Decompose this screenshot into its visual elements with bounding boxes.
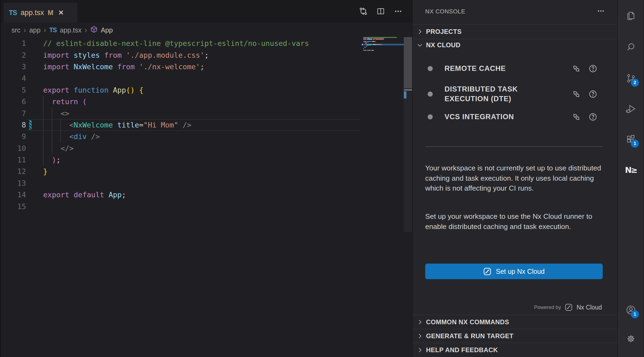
code-line[interactable]: 3import NxWelcome from './nx-welcome'; [1, 61, 412, 72]
more-actions-icon[interactable] [596, 6, 605, 17]
nx-cloud-feature-row: REMOTE CACHE [413, 60, 617, 76]
more-actions-icon[interactable] [393, 6, 403, 16]
code-line[interactable]: 10 </> [1, 143, 412, 154]
workspace-status-text: Your workspace is not currently set up t… [425, 163, 604, 194]
typescript-file-icon: TS [9, 9, 17, 17]
line-number: 12 [1, 167, 26, 176]
powered-by-label: Powered by [534, 304, 561, 310]
nx-console-panel: NX CONSOLE PROJECTS NX CLOUD REMOTE CACH… [412, 0, 617, 357]
code-editor[interactable]: 1// eslint-disable-next-line @typescript… [1, 38, 412, 357]
search-icon[interactable] [624, 41, 637, 53]
scrollbar-track [404, 90, 412, 232]
minimap-modified-marker [362, 44, 363, 45]
code-line[interactable]: 1// eslint-disable-next-line @typescript… [1, 38, 412, 49]
breadcrumb-file[interactable]: app.tsx [60, 26, 82, 34]
code-line[interactable]: 9 <div /> [1, 131, 412, 142]
code-line[interactable]: 7 <> [1, 107, 412, 119]
typescript-file-icon: TS [49, 27, 57, 34]
setup-hint-text: Set up your workspace to use the Nx Clou… [425, 212, 604, 232]
editor-group: TS app.tsx M ✕ [1, 0, 412, 357]
symbol-class-icon [90, 26, 98, 35]
nx-logo: N≥ [625, 165, 637, 175]
code-line[interactable]: 5export function App() { [1, 84, 412, 96]
nx-cloud-brand-label: Nx Cloud [576, 304, 602, 311]
help-question-icon[interactable] [589, 112, 597, 121]
chevron-right-icon: › [24, 26, 26, 34]
vscode-window: TS app.tsx M ✕ [0, 0, 644, 357]
extensions-icon[interactable]: 1 [624, 133, 637, 146]
close-icon[interactable]: ✕ [58, 9, 64, 16]
line-number: 15 [1, 202, 26, 211]
nx-cloud-feature-row: DISTRIBUTED TASK EXECUTION (DTE) [413, 82, 617, 106]
nx-console-icon[interactable]: N≥ [624, 163, 637, 176]
line-number: 9 [1, 132, 26, 141]
line-number: 3 [1, 63, 26, 71]
status-dot-icon [428, 66, 433, 71]
status-dot-icon [428, 92, 433, 97]
git-modified-marker [29, 120, 32, 130]
chevron-right-icon [416, 333, 423, 340]
chevron-right-icon [416, 319, 423, 326]
tab-app-tsx[interactable]: TS app.tsx M ✕ [3, 3, 77, 23]
section-help-and-feedback[interactable]: HELP AND FEEDBACK [413, 343, 617, 357]
tab-bar: TS app.tsx M ✕ [1, 0, 412, 23]
line-number: 4 [1, 74, 26, 82]
setup-button-label: Set up Nx Cloud [496, 268, 545, 275]
scrollbar-slider[interactable] [404, 37, 412, 89]
overview-modified-marker [404, 91, 406, 99]
line-number: 13 [1, 179, 26, 187]
chevron-down-icon [416, 42, 423, 49]
code-line[interactable]: 2import styles from './app.module.css'; [1, 49, 412, 61]
code-line[interactable]: 8 <NxWelcome title="Hi Mom" /> [1, 119, 412, 131]
settings-gear-icon[interactable] [624, 332, 637, 345]
tab-modified-badge: M [48, 9, 53, 17]
line-number: 11 [1, 156, 26, 164]
source-control-badge: 2 [631, 79, 639, 87]
feature-label: VCS INTEGRATION [445, 112, 562, 122]
setup-nx-cloud-button[interactable]: Set up Nx Cloud [425, 264, 603, 279]
code-line[interactable]: 12} [1, 166, 412, 177]
minimap[interactable] [363, 37, 404, 69]
chevron-right-icon: › [44, 26, 46, 34]
connect-plug-icon[interactable] [572, 90, 581, 99]
section-generate-run-target[interactable]: GENERATE & RUN TARGET [413, 329, 617, 343]
section-label: NX CLOUD [426, 41, 461, 49]
panel-title: NX CONSOLE [425, 8, 465, 15]
line-number: 7 [1, 109, 26, 118]
help-question-icon[interactable] [589, 64, 597, 73]
account-icon[interactable]: 1 [624, 304, 637, 316]
split-editor-icon[interactable] [376, 7, 385, 16]
feature-actions [572, 64, 597, 73]
source-control-icon[interactable]: 2 [624, 72, 637, 85]
editor-scrollbar[interactable] [404, 37, 412, 357]
code-line[interactable]: 6 return ( [1, 96, 412, 107]
code-line[interactable]: 13 [1, 177, 412, 189]
connect-plug-icon[interactable] [572, 64, 581, 73]
code-line[interactable]: 14export default App; [1, 189, 412, 201]
section-common-nx-commands[interactable]: COMMON NX COMMANDS [413, 315, 617, 329]
code-line[interactable]: 15 [1, 201, 412, 212]
open-changes-icon[interactable] [358, 6, 368, 16]
line-number: 2 [1, 51, 26, 59]
line-number: 1 [1, 39, 26, 48]
breadcrumb-symbol[interactable]: App [101, 26, 113, 34]
code-line[interactable]: 11 ); [1, 154, 412, 166]
code-line[interactable]: 4 [1, 72, 412, 84]
divider [425, 146, 603, 147]
feature-actions [572, 112, 597, 121]
line-number: 10 [1, 144, 26, 152]
feature-actions [572, 90, 597, 99]
section-projects[interactable]: PROJECTS [413, 24, 617, 39]
help-question-icon[interactable] [589, 90, 597, 99]
connect-plug-icon[interactable] [572, 112, 581, 121]
account-badge: 1 [631, 310, 639, 318]
line-number: 6 [1, 97, 26, 106]
feature-label: REMOTE CACHE [445, 64, 562, 73]
section-nx-cloud[interactable]: NX CLOUD [413, 39, 617, 51]
run-debug-icon[interactable] [624, 103, 637, 115]
breadcrumb-app[interactable]: app [29, 26, 40, 34]
tab-filename: app.tsx [21, 9, 44, 17]
breadcrumb-src[interactable]: src [12, 26, 20, 34]
code-lines: 1// eslint-disable-next-line @typescript… [1, 38, 412, 212]
explorer-icon[interactable] [624, 9, 637, 22]
